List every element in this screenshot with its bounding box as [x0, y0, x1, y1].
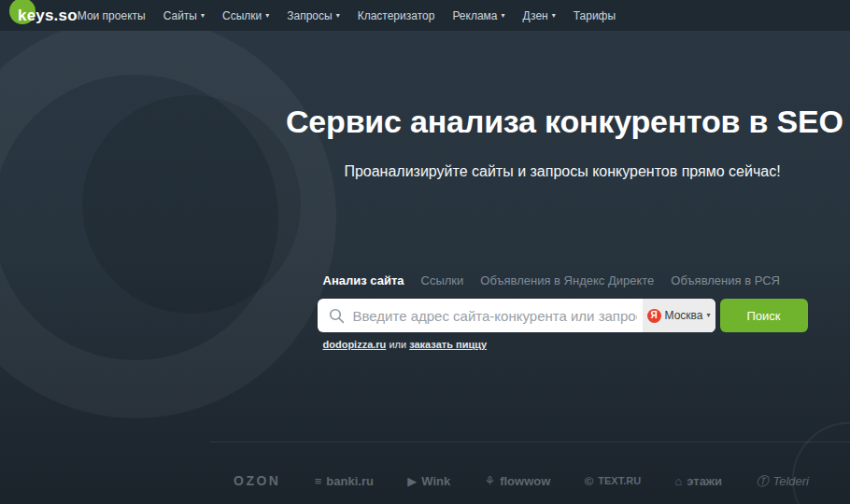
nav-item-ads[interactable]: Реклама▾	[452, 9, 504, 22]
example-site-link[interactable]: dodopizza.ru	[323, 339, 387, 350]
nav-item-tariffs[interactable]: Тарифы	[574, 9, 616, 22]
search-block: Анализ сайта Ссылки Объявления в Яндекс …	[318, 273, 808, 350]
tab-site-analysis[interactable]: Анализ сайта	[323, 273, 404, 287]
nav-item-my-projects[interactable]: Мои проекты	[78, 9, 146, 22]
footer-divider	[210, 441, 850, 442]
tab-rsya-ads[interactable]: Объявления в РСЯ	[671, 273, 780, 287]
partner-logo-textru: ©TEXT.RU	[585, 475, 641, 487]
chevron-down-icon: ▾	[552, 12, 556, 20]
house-icon: ⌂	[674, 475, 682, 487]
chevron-down-icon: ▾	[502, 12, 505, 20]
tab-yandex-direct-ads[interactable]: Объявления в Яндекс Директе	[480, 273, 654, 287]
chevron-down-icon: ▾	[201, 12, 205, 20]
partner-logos-row: OZON ≡banki.ru ▶Wink ⚘flowwow ©TEXT.RU ⌂…	[234, 465, 809, 497]
example-connector: или	[386, 339, 409, 350]
nav-item-sites[interactable]: Сайты▾	[163, 9, 205, 22]
shield-t-icon: Ⓣ	[756, 475, 768, 487]
partner-logo-telderi: ⓉTelderi	[756, 474, 809, 488]
banki-lines-icon: ≡	[315, 475, 322, 487]
page-title: Сервис анализа конкурентов в SEO и PPC	[286, 104, 839, 139]
region-selector[interactable]: Я Москва ▾	[643, 299, 715, 332]
page-subtitle: Проанализируйте сайты и запросы конкурен…	[286, 163, 839, 180]
background-circle-decoration	[82, 95, 301, 314]
copyright-circle-icon: ©	[585, 475, 594, 487]
logo-text: keys.so	[18, 7, 78, 25]
play-icon: ▶	[407, 475, 417, 487]
nav-item-clusterizer[interactable]: Кластеризатор	[358, 9, 435, 22]
search-icon	[329, 308, 345, 324]
example-links: dodopizza.ru или заказать пиццу	[318, 339, 808, 350]
tab-backlinks[interactable]: Ссылки	[421, 273, 464, 287]
hero-section: Сервис анализа конкурентов в SEO и PPC П…	[286, 31, 839, 350]
partner-logo-bankiru: ≡banki.ru	[315, 474, 374, 488]
nav-item-dzen[interactable]: Дзен▾	[523, 9, 556, 22]
chevron-down-icon: ▾	[336, 12, 340, 20]
partner-logo-flowwow: ⚘flowwow	[485, 474, 551, 488]
example-query-link[interactable]: заказать пиццу	[409, 339, 487, 350]
top-navbar: keys.so Мои проекты Сайты▾ Ссылки▾ Запро…	[0, 0, 850, 31]
nav-item-queries[interactable]: Запросы▾	[287, 9, 339, 22]
yandex-icon: Я	[647, 309, 661, 323]
search-row: Я Москва ▾ Поиск	[318, 299, 808, 332]
search-input-container: Я Москва ▾	[318, 299, 715, 332]
partner-logo-etazhi: ⌂этажи	[674, 474, 722, 488]
flower-icon: ⚘	[485, 475, 496, 487]
keysso-logo[interactable]: keys.so	[9, 0, 78, 31]
partner-logo-ozon: OZON	[234, 473, 280, 488]
chevron-down-icon: ▾	[706, 312, 710, 319]
search-tabs: Анализ сайта Ссылки Объявления в Яндекс …	[318, 273, 808, 287]
nav-item-links[interactable]: Ссылки▾	[222, 9, 269, 22]
main-menu: Мои проекты Сайты▾ Ссылки▾ Запросы▾ Клас…	[78, 9, 616, 22]
search-button[interactable]: Поиск	[720, 299, 808, 332]
chevron-down-icon: ▾	[265, 12, 269, 20]
region-label: Москва	[665, 309, 703, 322]
partner-logo-wink: ▶Wink	[407, 474, 450, 488]
